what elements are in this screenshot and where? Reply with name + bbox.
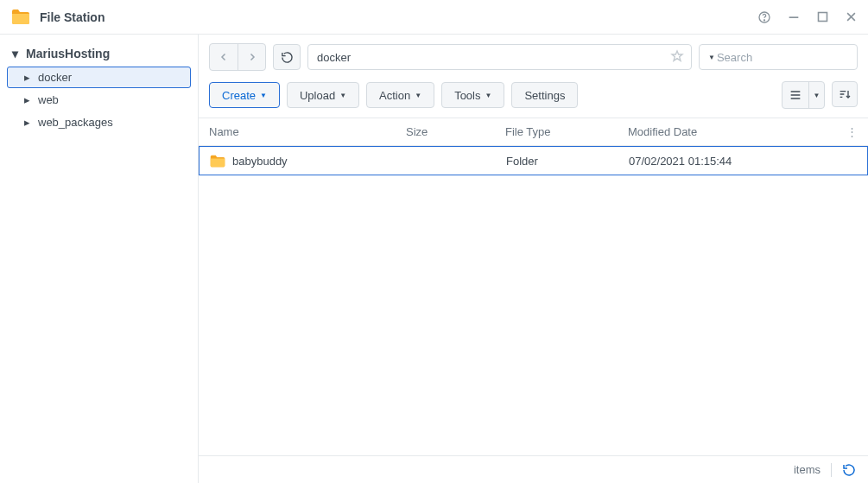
- view-list-button[interactable]: [782, 82, 808, 108]
- row-name: babybuddy: [232, 155, 288, 168]
- sort-button[interactable]: [832, 81, 858, 107]
- favorite-star-icon[interactable]: [670, 49, 684, 66]
- header-modified[interactable]: Modified Date: [618, 125, 836, 138]
- tree-root-label: MariusHosting: [26, 47, 110, 60]
- maximize-icon[interactable]: [816, 10, 829, 23]
- divider: [831, 463, 832, 477]
- tree-root[interactable]: ▾ MariusHosting: [7, 41, 191, 66]
- header-size[interactable]: Size: [396, 125, 495, 138]
- caret-right-icon: ▸: [24, 71, 33, 84]
- row-type: Folder: [496, 155, 618, 168]
- upload-button[interactable]: Upload▼: [287, 82, 359, 108]
- sidebar-item-label: docker: [38, 71, 72, 84]
- chevron-down-icon: ▼: [339, 92, 346, 99]
- sidebar-item-docker[interactable]: ▸ docker: [7, 67, 191, 88]
- sidebar-item-web[interactable]: ▸ web: [7, 89, 191, 111]
- app-folder-icon: [10, 7, 31, 28]
- view-mode-group: ▼: [782, 81, 825, 109]
- header-type[interactable]: File Type: [495, 125, 618, 138]
- title-bar: File Station: [0, 0, 868, 35]
- caret-right-icon: ▸: [24, 93, 33, 106]
- path-text: docker: [317, 51, 351, 64]
- chevron-down-icon: ▼: [708, 54, 715, 61]
- help-icon[interactable]: [757, 10, 771, 24]
- header-menu-icon[interactable]: ⋮: [836, 125, 868, 138]
- path-bar[interactable]: docker: [307, 44, 692, 70]
- chevron-down-icon: ▼: [485, 92, 492, 99]
- row-modified: 07/02/2021 01:15:44: [618, 155, 843, 168]
- view-dropdown-button[interactable]: ▼: [808, 82, 824, 108]
- refresh-button[interactable]: [273, 44, 301, 70]
- svg-rect-2: [789, 16, 799, 18]
- nav-back-button[interactable]: [210, 44, 238, 70]
- tools-button[interactable]: Tools▼: [441, 82, 504, 108]
- minimize-icon[interactable]: [787, 10, 801, 24]
- status-items-label: items: [794, 463, 820, 476]
- search-input[interactable]: [717, 51, 862, 64]
- sidebar-item-web-packages[interactable]: ▸ web_packages: [7, 111, 191, 133]
- nav-forward-button[interactable]: [238, 44, 265, 70]
- caret-right-icon: ▸: [24, 116, 33, 129]
- sidebar: ▾ MariusHosting ▸ docker ▸ web ▸ web_pac…: [0, 35, 199, 483]
- chevron-down-icon: ▼: [415, 92, 421, 99]
- nav-history-buttons: [209, 43, 266, 71]
- folder-icon: [210, 155, 225, 168]
- create-button[interactable]: Create▼: [209, 82, 280, 108]
- svg-rect-3: [819, 13, 827, 22]
- sidebar-item-label: web_packages: [38, 116, 113, 129]
- search-box[interactable]: ▼: [699, 44, 858, 70]
- chevron-down-icon: ▼: [260, 92, 267, 99]
- grid-header: Name Size File Type Modified Date ⋮: [199, 118, 868, 146]
- sidebar-item-label: web: [38, 93, 59, 106]
- caret-down-icon: ▾: [12, 47, 21, 60]
- app-title: File Station: [40, 10, 757, 24]
- svg-point-1: [763, 19, 764, 20]
- action-button[interactable]: Action▼: [366, 82, 434, 108]
- status-refresh-button[interactable]: [842, 463, 856, 477]
- table-row[interactable]: babybuddy Folder 07/02/2021 01:15:44: [199, 146, 868, 175]
- close-icon[interactable]: [845, 10, 858, 23]
- settings-button[interactable]: Settings: [511, 82, 578, 108]
- status-bar: items: [199, 455, 868, 483]
- header-name[interactable]: Name: [199, 125, 396, 138]
